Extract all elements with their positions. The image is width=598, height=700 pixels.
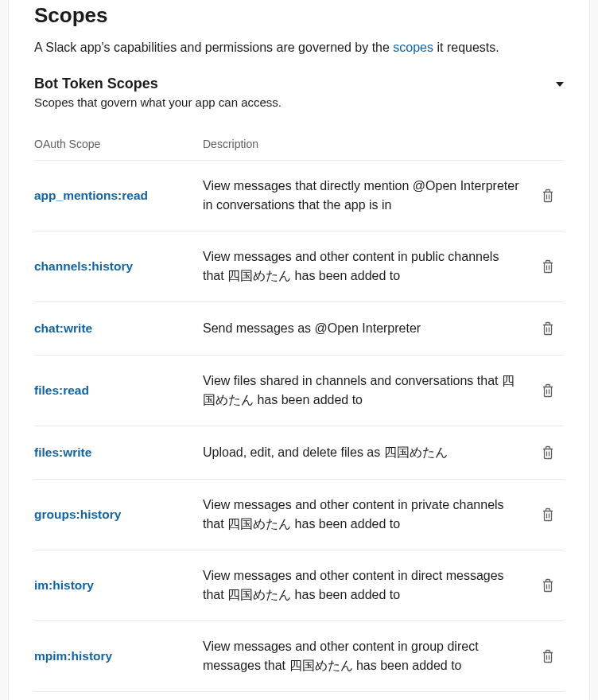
trash-icon (542, 578, 554, 593)
delete-scope-button[interactable] (538, 646, 557, 667)
trash-icon (542, 508, 554, 522)
scope-row: mpim:historyView messages and other cont… (34, 620, 564, 692)
scope-name-link[interactable]: files:read (34, 383, 89, 397)
section-title: Scopes (34, 0, 564, 39)
scope-name-link[interactable]: chat:write (34, 321, 92, 335)
scope-name-link[interactable]: im:history (34, 578, 94, 592)
trash-icon (542, 383, 554, 398)
delete-scope-button[interactable] (538, 442, 557, 463)
table-header: OAuth Scope Description (34, 128, 564, 160)
scope-description: View messages and other content in group… (203, 637, 532, 675)
scope-row: files:readView files shared in channels … (34, 355, 564, 426)
trash-icon (542, 649, 554, 663)
header-description: Description (203, 138, 532, 150)
scope-description: View files shared in channels and conver… (203, 371, 532, 410)
scopes-link[interactable]: scopes (393, 41, 433, 54)
trash-icon (542, 259, 554, 274)
section-desc-after: it requests. (433, 41, 499, 54)
trash-icon (542, 445, 554, 460)
delete-scope-button[interactable] (538, 380, 557, 401)
trash-icon (542, 321, 554, 336)
section-description: A Slack app's capabilities and permissio… (34, 39, 564, 76)
scope-name-link[interactable]: channels:history (34, 259, 133, 273)
caret-down-icon[interactable] (556, 82, 564, 87)
delete-scope-button[interactable] (538, 504, 557, 525)
scope-row: im:historyView messages and other conten… (34, 550, 564, 620)
scope-name-link[interactable]: app_mentions:read (34, 189, 148, 202)
scope-name-link[interactable]: files:write (34, 445, 91, 459)
scope-description: View messages and other content in publi… (203, 247, 532, 286)
trash-icon (542, 189, 554, 203)
scope-row: app_mentions:readView messages that dire… (34, 160, 564, 231)
section-desc-before: A Slack app's capabilities and permissio… (34, 41, 393, 54)
scope-row: groups:historyView messages and other co… (34, 479, 564, 550)
delete-scope-button[interactable] (538, 185, 557, 206)
scope-row: files:writeUpload, edit, and delete file… (34, 426, 564, 479)
delete-scope-button[interactable] (538, 318, 557, 339)
delete-scope-button[interactable] (538, 256, 557, 277)
scope-description: View messages and other content in direc… (203, 566, 532, 605)
scope-name-link[interactable]: mpim:history (34, 649, 112, 663)
subsection-description: Scopes that govern what your app can acc… (34, 95, 564, 128)
scope-description: Send messages as @Open Interpreter (203, 319, 532, 338)
scope-description: View messages that directly mention @Ope… (203, 177, 532, 215)
scope-row: chat:writeSend messages as @Open Interpr… (34, 301, 564, 355)
scope-row: channels:historyView messages and other … (34, 231, 564, 301)
scope-name-link[interactable]: groups:history (34, 508, 121, 521)
scope-description: View messages and other content in priva… (203, 496, 532, 534)
subsection-title: Bot Token Scopes (34, 76, 158, 92)
header-oauth-scope: OAuth Scope (34, 138, 203, 150)
scope-description: Upload, edit, and delete files as 四国めたん (203, 443, 532, 462)
delete-scope-button[interactable] (538, 575, 557, 596)
